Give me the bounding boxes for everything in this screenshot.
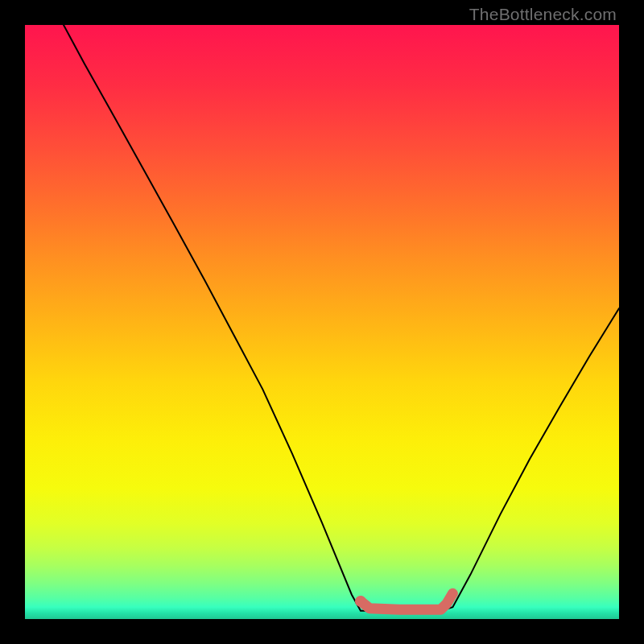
watermark-text: TheBottleneck.com <box>469 5 617 24</box>
sweet-spot-band <box>361 593 452 609</box>
chart-frame: TheBottleneck.com <box>0 0 644 644</box>
chart-svg <box>25 25 619 619</box>
bottleneck-curve <box>64 25 619 611</box>
chart-plot-area <box>25 25 619 619</box>
sweet-spot-dot <box>355 596 366 607</box>
